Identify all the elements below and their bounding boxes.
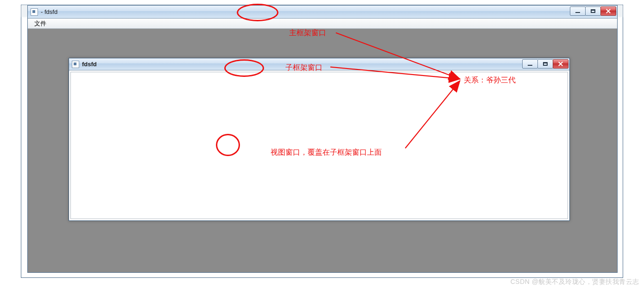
- app-icon: [31, 8, 38, 16]
- mdi-client-area: fdsfd: [28, 29, 617, 272]
- maximize-button[interactable]: [585, 6, 601, 16]
- menu-file[interactable]: 文件: [31, 19, 50, 29]
- main-frame-window: - fdsfd 文件 fdsfd: [27, 5, 618, 273]
- minimize-icon: [575, 12, 580, 13]
- maximize-icon: [543, 62, 548, 66]
- close-button[interactable]: [553, 59, 568, 69]
- view-window[interactable]: [70, 72, 568, 219]
- screenshot-stage: View Project Build Debug Team Data Tools…: [21, 5, 623, 278]
- watermark: CSDN @貌美不及玲珑心，贤妻扶我青云志: [511, 278, 639, 286]
- child-window-title: fdsfd: [82, 61, 97, 68]
- close-icon: [606, 8, 611, 14]
- menu-bar: 文件: [28, 19, 617, 29]
- close-button[interactable]: [600, 6, 616, 16]
- close-icon: [558, 61, 563, 67]
- maximize-button[interactable]: [537, 59, 553, 69]
- minimize-button[interactable]: [570, 6, 586, 16]
- child-window-titlebar[interactable]: fdsfd: [69, 58, 569, 70]
- main-window-title: - fdsfd: [41, 8, 57, 15]
- app-icon: [72, 61, 79, 68]
- child-frame-window: fdsfd: [69, 58, 570, 221]
- minimize-button[interactable]: [522, 59, 538, 69]
- maximize-icon: [591, 9, 595, 13]
- main-window-controls: [570, 6, 616, 16]
- main-window-titlebar[interactable]: - fdsfd: [28, 6, 617, 19]
- child-window-controls: [523, 59, 568, 69]
- minimize-icon: [528, 65, 532, 66]
